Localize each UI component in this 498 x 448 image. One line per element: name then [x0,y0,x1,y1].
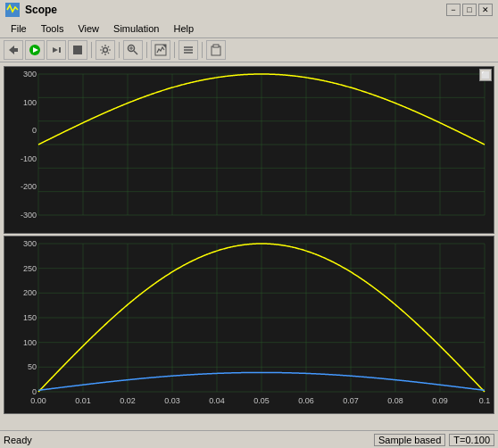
window-title: Scope [25,4,57,16]
top-canvas [4,67,492,231]
toolbar-settings-button[interactable] [95,40,115,60]
svg-marker-4 [53,47,58,53]
ready-status: Ready [4,435,32,445]
expand-button-top[interactable]: ⬜ [479,69,492,81]
svg-point-7 [104,48,108,53]
close-button[interactable]: ✕ [478,4,493,16]
minimize-button[interactable]: − [446,4,461,16]
title-controls: − □ ✕ [446,4,493,16]
menu-simulation[interactable]: Simulation [106,21,166,36]
svg-marker-1 [9,46,18,54]
svg-rect-18 [213,45,219,47]
menu-tools[interactable]: Tools [34,21,71,36]
menubar: File Tools View Simulation Help [0,20,498,37]
svg-rect-5 [59,47,61,53]
bottom-canvas [4,236,492,411]
toolbar [0,37,498,62]
time-box: T=0.100 [449,434,494,446]
toolbar-separator-2 [119,42,120,58]
svg-line-9 [134,51,137,54]
toolbar-stop-button[interactable] [68,40,87,60]
toolbar-clipboard-button[interactable] [206,40,226,60]
title-bar: Scope − □ ✕ [0,0,498,20]
toolbar-separator-1 [91,42,92,58]
scope-icon [5,3,20,17]
title-bar-left: Scope [5,3,57,17]
scope-area: ⬜ [0,62,498,418]
top-plot: ⬜ [4,66,494,234]
svg-rect-6 [73,46,82,54]
toolbar-autoscale-button[interactable] [151,40,170,60]
statusbar: Ready Sample based T=0.100 [0,430,498,448]
menu-file[interactable]: File [4,21,34,36]
toolbar-params-button[interactable] [178,40,198,60]
maximize-button[interactable]: □ [462,4,477,16]
toolbar-step-button[interactable] [46,40,66,60]
toolbar-run-button[interactable] [25,40,45,60]
toolbar-separator-4 [174,42,175,58]
toolbar-back-button[interactable] [4,40,23,60]
toolbar-zoom-button[interactable] [123,40,143,60]
menu-view[interactable]: View [71,21,106,36]
toolbar-separator-3 [146,42,147,58]
toolbar-separator-5 [202,42,203,58]
status-right: Sample based T=0.100 [374,434,494,446]
menu-help[interactable]: Help [166,21,201,36]
bottom-plot [4,236,494,414]
sample-based-box: Sample based [374,434,445,446]
